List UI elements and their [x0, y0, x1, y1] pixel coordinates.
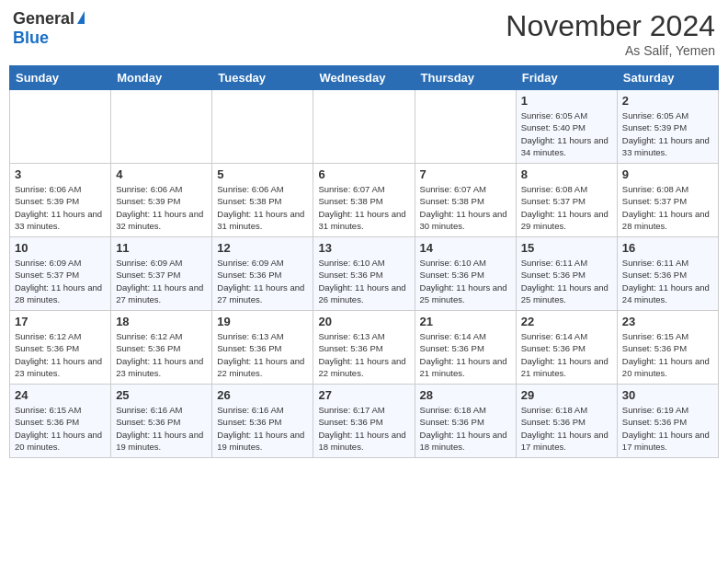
empty-day-cell — [111, 90, 212, 164]
day-number: 29 — [521, 388, 612, 402]
day-number: 2 — [622, 94, 713, 108]
day-number: 11 — [116, 241, 207, 255]
day-info: Sunrise: 6:06 AM Sunset: 5:38 PM Dayligh… — [217, 183, 308, 232]
day-info: Sunrise: 6:14 AM Sunset: 5:36 PM Dayligh… — [521, 330, 612, 379]
day-cell: 1Sunrise: 6:05 AM Sunset: 5:40 PM Daylig… — [516, 90, 617, 164]
day-cell: 19Sunrise: 6:13 AM Sunset: 5:36 PM Dayli… — [212, 311, 313, 385]
logo-blue-text: Blue — [13, 29, 49, 48]
day-number: 6 — [318, 167, 409, 181]
day-cell: 28Sunrise: 6:18 AM Sunset: 5:36 PM Dayli… — [415, 385, 516, 458]
day-cell: 30Sunrise: 6:19 AM Sunset: 5:36 PM Dayli… — [617, 385, 718, 458]
day-number: 15 — [521, 241, 612, 255]
day-info: Sunrise: 6:06 AM Sunset: 5:39 PM Dayligh… — [15, 183, 106, 232]
day-number: 12 — [217, 241, 308, 255]
day-info: Sunrise: 6:05 AM Sunset: 5:40 PM Dayligh… — [521, 109, 612, 158]
day-info: Sunrise: 6:08 AM Sunset: 5:37 PM Dayligh… — [521, 183, 612, 232]
day-info: Sunrise: 6:14 AM Sunset: 5:36 PM Dayligh… — [420, 330, 511, 379]
day-cell: 18Sunrise: 6:12 AM Sunset: 5:36 PM Dayli… — [111, 311, 212, 385]
day-cell: 5Sunrise: 6:06 AM Sunset: 5:38 PM Daylig… — [212, 164, 313, 237]
day-number: 5 — [217, 167, 308, 181]
weekday-header-wednesday: Wednesday — [313, 66, 415, 90]
day-info: Sunrise: 6:11 AM Sunset: 5:36 PM Dayligh… — [521, 257, 612, 305]
day-number: 30 — [622, 388, 713, 402]
day-cell: 12Sunrise: 6:09 AM Sunset: 5:36 PM Dayli… — [212, 237, 313, 311]
day-number: 28 — [420, 388, 511, 402]
day-cell: 26Sunrise: 6:16 AM Sunset: 5:36 PM Dayli… — [212, 385, 313, 458]
empty-day-cell — [212, 90, 313, 164]
empty-day-cell — [313, 90, 415, 164]
day-info: Sunrise: 6:11 AM Sunset: 5:36 PM Dayligh… — [622, 257, 713, 305]
day-cell: 23Sunrise: 6:15 AM Sunset: 5:36 PM Dayli… — [617, 311, 718, 385]
day-cell: 4Sunrise: 6:06 AM Sunset: 5:39 PM Daylig… — [111, 164, 212, 237]
calendar-week-row: 10Sunrise: 6:09 AM Sunset: 5:37 PM Dayli… — [10, 237, 719, 311]
day-number: 19 — [217, 315, 308, 328]
day-cell: 11Sunrise: 6:09 AM Sunset: 5:37 PM Dayli… — [111, 237, 212, 311]
day-info: Sunrise: 6:07 AM Sunset: 5:38 PM Dayligh… — [318, 183, 409, 232]
day-number: 16 — [622, 241, 713, 255]
day-cell: 16Sunrise: 6:11 AM Sunset: 5:36 PM Dayli… — [617, 237, 718, 311]
day-info: Sunrise: 6:13 AM Sunset: 5:36 PM Dayligh… — [217, 330, 308, 379]
day-cell: 25Sunrise: 6:16 AM Sunset: 5:36 PM Dayli… — [111, 385, 212, 458]
day-info: Sunrise: 6:05 AM Sunset: 5:39 PM Dayligh… — [622, 109, 713, 158]
day-info: Sunrise: 6:15 AM Sunset: 5:36 PM Dayligh… — [15, 404, 106, 453]
day-number: 14 — [420, 241, 511, 255]
day-info: Sunrise: 6:07 AM Sunset: 5:38 PM Dayligh… — [420, 183, 511, 232]
day-number: 18 — [116, 315, 207, 328]
weekday-header-saturday: Saturday — [617, 66, 718, 90]
day-number: 10 — [15, 241, 106, 255]
day-number: 8 — [521, 167, 612, 181]
day-info: Sunrise: 6:16 AM Sunset: 5:36 PM Dayligh… — [116, 404, 207, 453]
day-cell: 15Sunrise: 6:11 AM Sunset: 5:36 PM Dayli… — [516, 237, 617, 311]
day-cell: 14Sunrise: 6:10 AM Sunset: 5:36 PM Dayli… — [415, 237, 516, 311]
day-number: 1 — [521, 94, 612, 108]
logo-triangle-icon — [77, 11, 85, 24]
day-cell: 7Sunrise: 6:07 AM Sunset: 5:38 PM Daylig… — [415, 164, 516, 237]
weekday-header-thursday: Thursday — [415, 66, 516, 90]
day-info: Sunrise: 6:08 AM Sunset: 5:37 PM Dayligh… — [622, 183, 713, 232]
day-info: Sunrise: 6:10 AM Sunset: 5:36 PM Dayligh… — [420, 257, 511, 305]
day-cell: 10Sunrise: 6:09 AM Sunset: 5:37 PM Dayli… — [10, 237, 111, 311]
weekday-header-friday: Friday — [516, 66, 617, 90]
day-cell: 20Sunrise: 6:13 AM Sunset: 5:36 PM Dayli… — [313, 311, 415, 385]
day-info: Sunrise: 6:10 AM Sunset: 5:36 PM Dayligh… — [318, 257, 409, 305]
day-number: 20 — [318, 315, 409, 328]
day-info: Sunrise: 6:19 AM Sunset: 5:36 PM Dayligh… — [622, 404, 713, 453]
day-info: Sunrise: 6:16 AM Sunset: 5:36 PM Dayligh… — [217, 404, 308, 453]
day-number: 24 — [15, 388, 106, 402]
day-number: 9 — [622, 167, 713, 181]
day-cell: 24Sunrise: 6:15 AM Sunset: 5:36 PM Dayli… — [10, 385, 111, 458]
day-cell: 21Sunrise: 6:14 AM Sunset: 5:36 PM Dayli… — [415, 311, 516, 385]
day-number: 23 — [622, 315, 713, 328]
day-number: 3 — [15, 167, 106, 181]
day-info: Sunrise: 6:13 AM Sunset: 5:36 PM Dayligh… — [318, 330, 409, 379]
calendar-week-row: 24Sunrise: 6:15 AM Sunset: 5:36 PM Dayli… — [10, 385, 719, 458]
day-number: 13 — [318, 241, 409, 255]
calendar-week-row: 1Sunrise: 6:05 AM Sunset: 5:40 PM Daylig… — [10, 90, 719, 164]
day-cell: 27Sunrise: 6:17 AM Sunset: 5:36 PM Dayli… — [313, 385, 415, 458]
day-number: 17 — [15, 315, 106, 328]
location-text: As Salif, Yemen — [506, 43, 715, 58]
day-info: Sunrise: 6:06 AM Sunset: 5:39 PM Dayligh… — [116, 183, 207, 232]
weekday-header-sunday: Sunday — [10, 66, 111, 90]
weekday-header-tuesday: Tuesday — [212, 66, 313, 90]
day-cell: 6Sunrise: 6:07 AM Sunset: 5:38 PM Daylig… — [313, 164, 415, 237]
day-number: 27 — [318, 388, 409, 402]
logo: General Blue — [13, 9, 85, 48]
calendar-week-row: 3Sunrise: 6:06 AM Sunset: 5:39 PM Daylig… — [10, 164, 719, 237]
day-info: Sunrise: 6:09 AM Sunset: 5:37 PM Dayligh… — [116, 257, 207, 305]
day-info: Sunrise: 6:18 AM Sunset: 5:36 PM Dayligh… — [420, 404, 511, 453]
day-number: 26 — [217, 388, 308, 402]
day-info: Sunrise: 6:09 AM Sunset: 5:37 PM Dayligh… — [15, 257, 106, 305]
day-cell: 9Sunrise: 6:08 AM Sunset: 5:37 PM Daylig… — [617, 164, 718, 237]
day-info: Sunrise: 6:17 AM Sunset: 5:36 PM Dayligh… — [318, 404, 409, 453]
calendar-table: SundayMondayTuesdayWednesdayThursdayFrid… — [9, 65, 719, 458]
day-cell: 29Sunrise: 6:18 AM Sunset: 5:36 PM Dayli… — [516, 385, 617, 458]
empty-day-cell — [10, 90, 111, 164]
logo-general-text: General — [13, 9, 74, 29]
day-info: Sunrise: 6:12 AM Sunset: 5:36 PM Dayligh… — [116, 330, 207, 379]
calendar-header-row: SundayMondayTuesdayWednesdayThursdayFrid… — [10, 66, 719, 90]
day-number: 7 — [420, 167, 511, 181]
page-header: General Blue November 2024 As Salif, Yem… — [9, 9, 719, 58]
day-info: Sunrise: 6:09 AM Sunset: 5:36 PM Dayligh… — [217, 257, 308, 305]
title-block: November 2024 As Salif, Yemen — [506, 9, 715, 58]
